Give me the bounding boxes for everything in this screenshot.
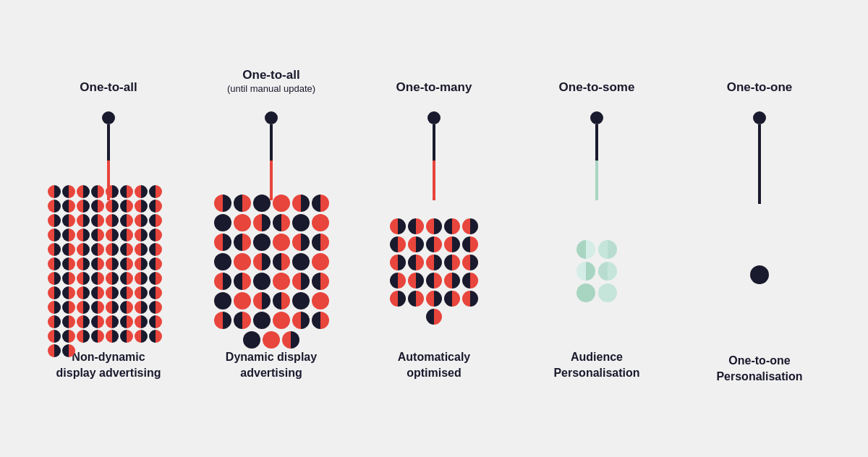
label-1: Dynamic displayadvertising [226,349,317,393]
visual-0 [48,206,169,336]
col-title-dynamic: One-to-all (until manual update) [227,61,315,95]
dot-cluster-2 [387,218,481,325]
dot-grid-0 [48,185,169,357]
visual-3 [568,206,626,336]
dot-grid-1 [205,195,339,349]
main-container: One-to-all Non-dynamicdisplay advertisin… [36,61,832,396]
top-dot-1 [265,111,278,124]
top-dot-2 [427,111,441,124]
dot-cluster-3 [568,240,626,302]
line-dark-1 [270,124,273,161]
top-dot-0 [102,111,115,124]
column-non-dynamic: One-to-all Non-dynamicdisplay advertisin… [36,61,181,393]
line-4 [758,124,761,204]
column-auto: One-to-many Automaticalyoptimised [362,61,506,393]
visual-1 [205,206,339,336]
col-title-non-dynamic: One-to-all [80,61,137,95]
line-dark-3 [595,124,598,161]
title-text-1: One-to-all [242,67,299,83]
col-title-auto: One-to-many [396,61,472,95]
top-dot-3 [590,111,603,124]
line-red-2 [433,161,435,200]
visual-4 [750,210,769,340]
column-audience: One-to-some AudiencePersonalisation [524,61,669,393]
column-dynamic: One-to-all (until manual update) Dynamic… [199,61,344,393]
columns-row: One-to-all Non-dynamicdisplay advertisin… [36,61,832,396]
line-dark-2 [433,124,435,161]
line-3 [595,124,598,200]
col-title-one: One-to-one [727,61,793,95]
visual-2 [387,206,481,336]
line-2 [433,124,435,200]
title-text-4: One-to-one [727,80,793,95]
title-text-2: One-to-many [396,80,472,95]
title-text-3: One-to-some [559,80,635,95]
label-4: One-to-onePersonalisation [716,353,802,396]
title-text-0: One-to-all [80,80,137,95]
subtitle-1: (until manual update) [227,83,315,95]
single-dot-4 [750,265,769,284]
line-teal-3 [595,161,598,200]
label-3: AudiencePersonalisation [553,349,639,393]
line-1 [270,124,273,200]
top-dot-4 [753,111,766,124]
column-one-to-one: One-to-one One-to-onePersonalisation [687,61,832,396]
line-dark-0 [107,124,110,161]
label-2: Automaticalyoptimised [398,349,470,393]
line-dark-4 [758,124,761,204]
col-title-audience: One-to-some [559,61,635,95]
